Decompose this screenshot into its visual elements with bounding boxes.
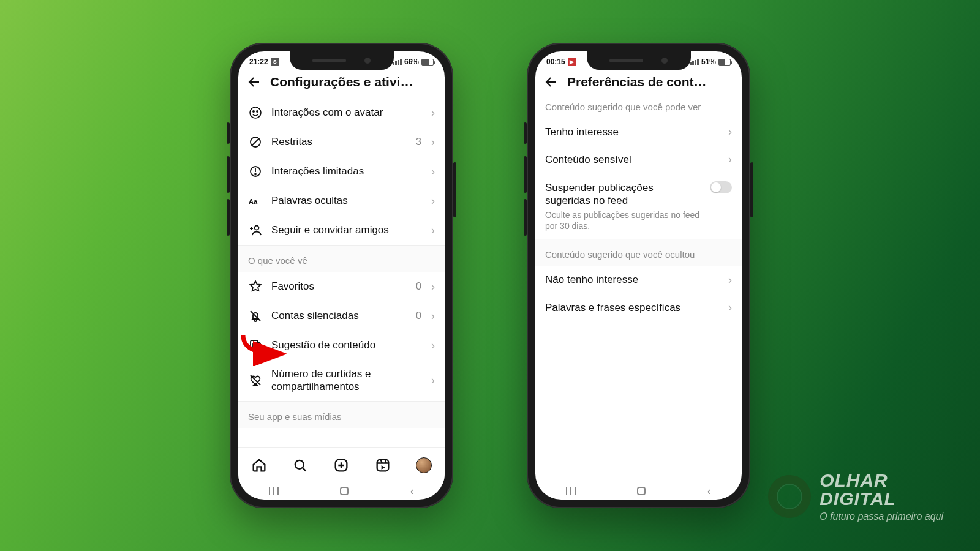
section-app-media: Seu app e suas mídias [238,401,445,428]
row-label: Favoritos [271,280,407,293]
row-label: Palavras e frases específicas [545,301,720,314]
row-follow-invite[interactable]: Seguir e convidar amigos › [238,216,445,245]
back-arrow-icon[interactable] [544,75,559,89]
chevron-right-icon: › [728,153,732,166]
svg-point-7 [255,226,259,230]
status-badge: ▶ [568,58,576,66]
row-label: Suspender publicações sugeridas no feed [545,182,654,206]
svg-point-2 [257,111,258,112]
section-suggested-see: Conteúdo sugerido que você pode ver [535,98,742,118]
block-icon [248,135,263,149]
chevron-right-icon: › [431,195,435,208]
chevron-right-icon: › [431,374,435,387]
row-content-suggestion[interactable]: Sugestão de conteúdo › [238,331,445,360]
row-label: Restritas [271,135,407,148]
row-label: Não tenho interesse [545,273,720,286]
notch [587,51,691,70]
user-plus-icon [248,223,263,238]
notch [290,51,394,70]
alert-icon [248,164,263,179]
section-suggested-hidden: Conteúdo sugerido que você ocultou [535,239,742,266]
avatar-icon [248,105,263,120]
row-favorites[interactable]: Favoritos 0 › [238,272,445,301]
header: Preferências de cont… [535,69,742,98]
row-likes-shares[interactable]: Número de curtidas e compartilhamentos › [238,360,445,401]
tab-create[interactable] [333,457,350,474]
signal-icon [690,59,699,65]
phone-frame-2: 00:15 ▶ 51% Preferências de cont… Conteú… [527,43,750,508]
star-icon [248,279,263,294]
row-label: Conteúdo sensível [545,153,720,166]
chevron-right-icon: › [431,136,435,149]
phone2-screen: 00:15 ▶ 51% Preferências de cont… Conteú… [535,51,742,500]
row-label: Tenho interesse [545,126,720,138]
stage: 21:22 S 66% Configurações e ativi… [0,0,980,551]
row-hidden-words[interactable]: Aa Palavras ocultas › [238,186,445,216]
chevron-right-icon: › [431,280,435,293]
status-badge: S [271,58,279,66]
watermark-tagline: O futuro passa primeiro aqui [820,512,943,522]
signal-icon [393,59,402,65]
status-time: 00:15 [546,58,565,66]
avatar-icon [416,457,432,473]
nav-home[interactable] [637,487,646,495]
nav-recents[interactable] [269,487,279,495]
row-avatar-interactions[interactable]: Interações com o avatar › [238,98,445,127]
row-label: Número de curtidas e compartilhamentos [271,367,423,394]
section-what-you-see: O que você vê [238,245,445,272]
watermark-line1: OLHAR [820,471,943,490]
svg-rect-12 [377,459,389,471]
nav-home[interactable] [340,487,349,495]
page-title: Configurações e ativi… [270,75,436,89]
chevron-right-icon: › [431,165,435,178]
heart-off-icon [248,373,263,388]
header: Configurações e ativi… [238,69,445,98]
row-sublabel: Oculte as publicações sugeridas no feed … [545,209,701,231]
tab-profile[interactable] [415,457,432,474]
chevron-right-icon: › [728,126,732,138]
svg-point-5 [255,174,256,175]
tab-reels[interactable] [374,457,391,474]
tab-home[interactable] [251,457,268,474]
svg-point-10 [295,460,304,468]
row-specific-words[interactable]: Palavras e frases específicas › [535,294,742,321]
settings-list: Interações com o avatar › Restritas 3 › … [238,98,445,443]
tab-search[interactable] [292,457,309,474]
battery-icon [718,59,731,66]
chevron-right-icon: › [728,301,732,314]
row-limited-interactions[interactable]: Interações limitadas › [238,157,445,186]
row-meta: 0 [416,281,421,292]
row-restricted[interactable]: Restritas 3 › [238,127,445,157]
chevron-right-icon: › [431,107,435,119]
preferences-list: Conteúdo sugerido que você pode ver Tenh… [535,98,742,479]
svg-text:Aa: Aa [249,198,258,205]
bell-off-icon [248,309,263,323]
row-label: Interações limitadas [271,165,423,178]
android-nav: ‹ [238,482,445,500]
row-sensitive-content[interactable]: Conteúdo sensível › [535,146,742,173]
row-label: Interações com o avatar [271,106,423,119]
watermark-ring-icon [768,475,811,518]
nav-back[interactable]: ‹ [410,485,414,498]
status-time: 21:22 [249,58,268,66]
row-label: Sugestão de conteúdo [271,339,423,351]
back-arrow-icon[interactable] [247,75,262,89]
nav-recents[interactable] [566,487,576,495]
chevron-right-icon: › [431,224,435,237]
bottom-tab-bar [238,447,445,482]
svg-point-1 [253,111,254,112]
svg-point-0 [250,107,261,118]
row-suspend-suggested[interactable]: Suspender publicações sugeridas no feed … [535,174,742,239]
watermark-line2: DIGITAL [820,490,943,508]
row-not-interested[interactable]: Não tenho interesse › [535,266,742,293]
row-muted-accounts[interactable]: Contas silenciadas 0 › [238,301,445,331]
toggle-switch[interactable] [710,181,732,193]
battery-icon [421,59,434,66]
watermark: OLHAR DIGITAL O futuro passa primeiro aq… [768,471,943,522]
nav-back[interactable]: ‹ [707,485,711,498]
page-title: Preferências de cont… [567,75,733,89]
row-interested[interactable]: Tenho interesse › [535,118,742,146]
row-label: Contas silenciadas [271,309,407,322]
row-label: Seguir e convidar amigos [271,223,423,236]
status-battery: 66% [404,58,419,66]
